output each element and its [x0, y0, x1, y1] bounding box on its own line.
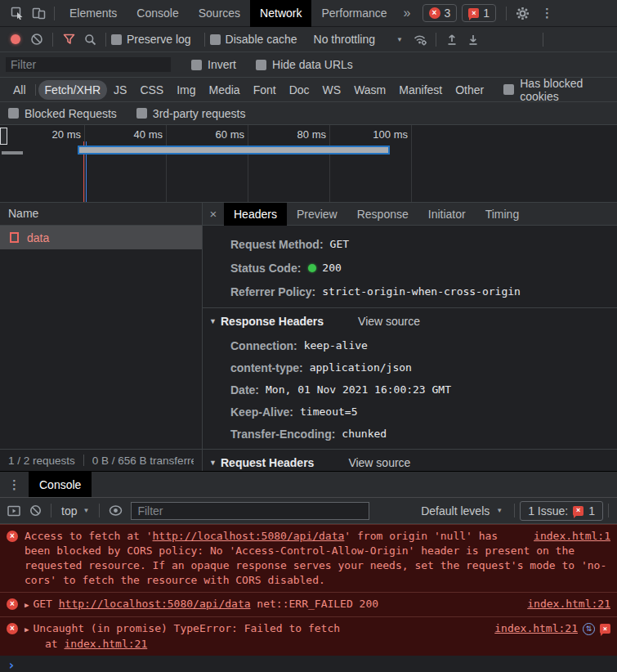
- details-tab-initiator[interactable]: Initiator: [418, 203, 476, 226]
- issue-flag-icon: ×: [573, 506, 583, 516]
- invert-filter[interactable]: Invert: [191, 58, 236, 71]
- request-url-link[interactable]: http://localhost:5080/api/data: [153, 530, 345, 542]
- type-filter-fetch-xhr[interactable]: Fetch/XHR: [38, 80, 107, 100]
- type-filter-font[interactable]: Font: [247, 80, 283, 100]
- issues-counter-button[interactable]: 1 Issue: × 1: [520, 501, 603, 521]
- device-toolbar-icon[interactable]: [28, 2, 49, 24]
- settings-gear-icon[interactable]: [512, 2, 533, 24]
- details-tab-response[interactable]: Response: [347, 203, 418, 226]
- chevron-down-icon: ▼: [496, 507, 503, 514]
- type-filter-css[interactable]: CSS: [133, 80, 170, 100]
- import-har-icon[interactable]: [441, 29, 463, 50]
- type-filter-js[interactable]: JS: [107, 80, 133, 100]
- view-source-link[interactable]: View source: [348, 456, 410, 469]
- invert-checkbox[interactable]: [191, 60, 202, 70]
- type-filter-wasm[interactable]: Wasm: [347, 80, 392, 100]
- issues-badge[interactable]: × 1: [462, 4, 496, 22]
- status-ok-dot-icon: [308, 264, 316, 272]
- details-tab-timing[interactable]: Timing: [476, 203, 530, 226]
- related-issue-flag-icon[interactable]: ×: [600, 624, 610, 634]
- hide-data-urls-label: Hide data URLs: [272, 58, 353, 71]
- preserve-log-checkbox[interactable]: [111, 34, 122, 45]
- type-filter-other[interactable]: Other: [449, 80, 490, 100]
- expand-triangle-icon[interactable]: ▶: [25, 601, 29, 609]
- record-button[interactable]: [11, 34, 20, 44]
- header-row: Keep-Alive: timeout=5: [203, 401, 617, 423]
- third-party-requests-filter[interactable]: 3rd-party requests: [136, 107, 246, 120]
- more-tabs-icon[interactable]: »: [397, 6, 418, 20]
- request-row-data[interactable]: data: [0, 226, 202, 249]
- live-expression-eye-icon[interactable]: [105, 500, 126, 522]
- clear-console-icon[interactable]: [25, 500, 46, 522]
- type-filter-doc[interactable]: Doc: [283, 80, 316, 100]
- separator: [608, 504, 609, 517]
- expand-triangle-icon[interactable]: ▶: [25, 625, 29, 634]
- network-conditions-icon[interactable]: [409, 29, 431, 50]
- hide-data-urls-filter[interactable]: Hide data URLs: [256, 58, 353, 71]
- header-row: content-type: application/json: [203, 356, 617, 379]
- close-details-icon[interactable]: ×: [203, 207, 224, 221]
- view-source-link[interactable]: View source: [358, 315, 420, 328]
- network-filter-input[interactable]: [5, 56, 172, 73]
- tab-sources[interactable]: Sources: [189, 0, 250, 27]
- similar-messages-icon[interactable]: ⇅: [583, 623, 595, 635]
- selected-request-waterfall-bar[interactable]: [78, 146, 390, 155]
- has-blocked-cookies-checkbox[interactable]: [503, 84, 514, 95]
- tab-network[interactable]: Network: [250, 0, 311, 27]
- javascript-context-select[interactable]: top ▼: [56, 504, 94, 517]
- header-value: Mon, 01 Nov 2021 16:00:23 GMT: [266, 383, 451, 396]
- drawer-tab-console[interactable]: Console: [29, 472, 92, 497]
- type-filter-ws[interactable]: WS: [316, 80, 348, 100]
- has-blocked-cookies-filter[interactable]: Has blocked cookies: [503, 77, 610, 103]
- request-headers-section-header[interactable]: ▼ Request Headers View source: [203, 450, 617, 471]
- source-link[interactable]: index.html:1: [534, 529, 610, 544]
- name-column-header[interactable]: Name: [0, 203, 202, 226]
- clear-network-log-icon[interactable]: [26, 29, 47, 50]
- type-filter-manifest[interactable]: Manifest: [392, 80, 449, 100]
- separator: [514, 504, 515, 517]
- separator: [204, 33, 205, 47]
- error-circle-icon: ×: [429, 7, 440, 19]
- type-filter-all[interactable]: All: [7, 80, 33, 100]
- source-link[interactable]: index.html:21: [494, 621, 578, 636]
- drawer-tabbar: ⋮ Console: [0, 472, 617, 497]
- tab-performance[interactable]: Performance: [311, 0, 396, 27]
- type-filter-media[interactable]: Media: [203, 80, 247, 100]
- overview-resize-handle[interactable]: [0, 128, 7, 145]
- timeline-gridline: 40 ms: [166, 125, 167, 202]
- main-menu-kebab-icon[interactable]: ⋮: [533, 6, 561, 20]
- type-filter-img[interactable]: Img: [170, 80, 202, 100]
- request-url-link[interactable]: http://localhost:5080/api/data: [59, 598, 251, 610]
- third-party-requests-checkbox[interactable]: [136, 108, 147, 119]
- header-row: Connection: keep-alive: [203, 334, 617, 356]
- console-prompt[interactable]: ›: [0, 656, 617, 672]
- export-har-icon[interactable]: [463, 29, 484, 50]
- response-headers-section-header[interactable]: ▼ Response Headers View source: [203, 308, 617, 334]
- console-sidebar-toggle-icon[interactable]: [3, 500, 25, 522]
- stack-source-link[interactable]: index.html:21: [64, 638, 147, 650]
- search-icon[interactable]: [79, 29, 101, 50]
- throttling-select[interactable]: No throttling ▼: [314, 33, 403, 46]
- tab-console[interactable]: Console: [127, 0, 188, 27]
- hide-data-urls-checkbox[interactable]: [256, 60, 266, 70]
- network-overview-timeline[interactable]: 20 ms 40 ms 60 ms 80 ms 100 ms: [0, 125, 617, 203]
- console-errors-badge[interactable]: × 3: [423, 4, 458, 22]
- console-error-uncaught: × index.html:21 ⇅ × ▶Uncaught (in promis…: [0, 616, 617, 656]
- console-filter-input[interactable]: [131, 502, 369, 520]
- filter-funnel-icon[interactable]: [58, 29, 79, 50]
- disable-cache-checkbox[interactable]: [210, 34, 221, 45]
- document-request-bar[interactable]: [2, 151, 23, 155]
- blocked-requests-filter[interactable]: Blocked Requests: [8, 107, 117, 120]
- inspect-element-icon[interactable]: [7, 2, 28, 24]
- details-tab-headers[interactable]: Headers: [224, 203, 287, 226]
- details-tabbar: × Headers Preview Response Initiator Tim…: [203, 203, 617, 226]
- tab-elements[interactable]: Elements: [60, 0, 127, 27]
- drawer-menu-kebab-icon[interactable]: ⋮: [0, 477, 29, 492]
- separator: [543, 33, 543, 47]
- details-tab-preview[interactable]: Preview: [287, 203, 347, 226]
- log-levels-select[interactable]: Default levels ▼: [414, 504, 509, 517]
- header-name: content-type:: [230, 361, 303, 374]
- source-link[interactable]: index.html:21: [527, 597, 610, 612]
- request-headers-title: Request Headers: [221, 456, 314, 469]
- blocked-requests-checkbox[interactable]: [8, 108, 19, 119]
